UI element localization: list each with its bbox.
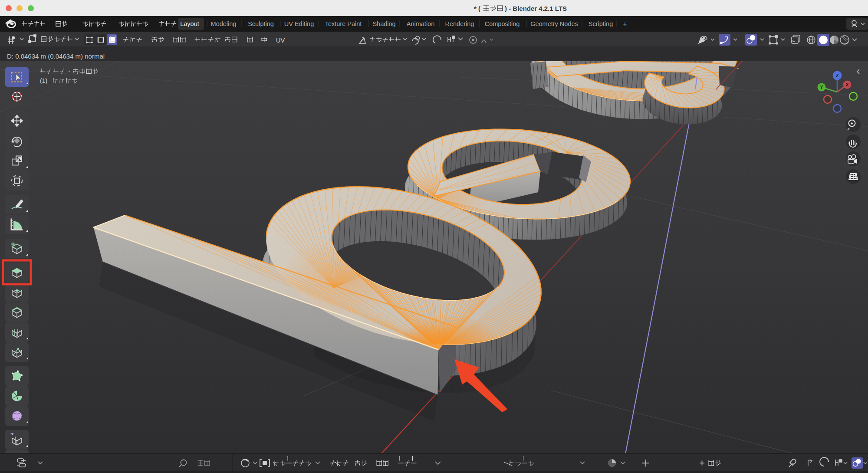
svg-text:D: 0.04634 m (0.04634 m) norma: D: 0.04634 m (0.04634 m) normal bbox=[7, 53, 105, 60]
svg-text:Animation: Animation bbox=[407, 20, 434, 27]
svg-text:Layout: Layout bbox=[180, 20, 199, 27]
svg-text:Y: Y bbox=[820, 85, 823, 90]
svg-text:Shading: Shading bbox=[372, 20, 395, 27]
svg-text:UV Editing: UV Editing bbox=[284, 20, 314, 27]
svg-text:Texture Paint: Texture Paint bbox=[325, 20, 362, 27]
svg-text:Scripting: Scripting bbox=[589, 20, 613, 27]
svg-text:UV: UV bbox=[276, 37, 285, 44]
svg-text:Geometry Nodes: Geometry Nodes bbox=[530, 20, 578, 27]
svg-text:Z: Z bbox=[836, 73, 839, 78]
svg-text:Modeling: Modeling bbox=[211, 20, 237, 27]
svg-text:Compositing: Compositing bbox=[485, 20, 520, 27]
svg-text:Sculpting: Sculpting bbox=[248, 20, 274, 27]
svg-text:* (: * ( bbox=[474, 5, 480, 12]
svg-text:(1): (1) bbox=[40, 77, 47, 84]
svg-text:X: X bbox=[845, 82, 848, 87]
svg-text:Rendering: Rendering bbox=[445, 20, 474, 27]
svg-text:) - Blender 4.2.1 LTS: ) - Blender 4.2.1 LTS bbox=[505, 5, 567, 12]
svg-text:+: + bbox=[623, 20, 627, 28]
